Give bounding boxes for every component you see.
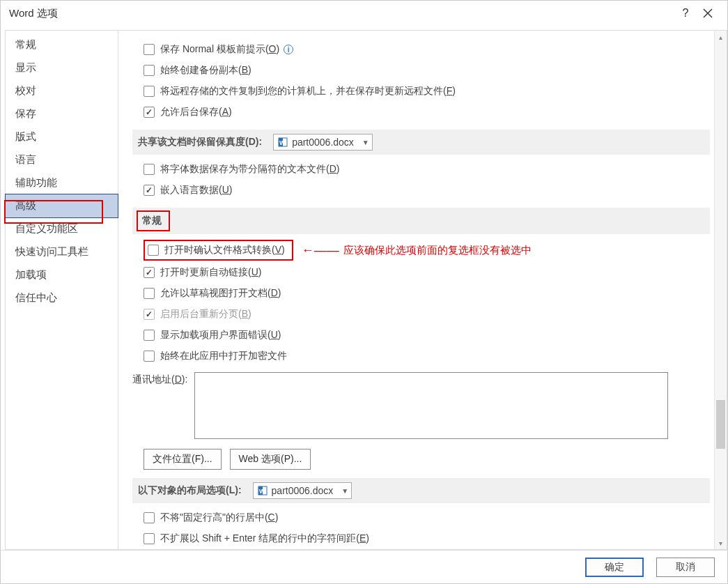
checkbox-update-links[interactable] (144, 267, 155, 278)
checkbox-font-as-text[interactable] (144, 164, 155, 175)
annotation-confirm-convert-highlight: 打开时确认文件格式转换(V) (144, 240, 293, 261)
arrow-left-icon: ←—— (302, 244, 339, 256)
sidebar-item-accessibility[interactable]: 辅助功能 (6, 171, 118, 194)
label-update-links: 打开时更新自动链接(U) (160, 266, 261, 279)
scroll-thumb[interactable] (716, 400, 725, 449)
checkbox-show-addin-err[interactable] (144, 330, 155, 341)
section-fidelity: 共享该文档时保留保真度(D): W part0006.docx ▼ (132, 130, 710, 155)
label-allow-bg-save: 允许后台保存(A) (160, 106, 232, 118)
label-always-backup: 始终创建备份副本(B) (160, 64, 251, 77)
sidebar-item-display[interactable]: 显示 (6, 56, 118, 79)
annotation-general-highlight: 常规 (137, 210, 170, 231)
section-layout-options: 以下对象的布局选项(L): W part0006.docx ▼ (132, 478, 710, 503)
annotation-text: ←—— 应该确保此选项前面的复选框没有被选中 (302, 244, 532, 257)
layout-doc-name: part0006.docx (272, 485, 334, 496)
fidelity-document-select[interactable]: W part0006.docx ▼ (273, 134, 373, 151)
general-header-label: 常规 (139, 213, 164, 229)
titlebar: Word 选项 ? (1, 1, 727, 26)
label-no-expand-shift: 不扩展以 Shift + Enter 结尾的行中的字符间距(E) (160, 532, 369, 545)
dialog-footer: 确定 取消 (1, 550, 727, 583)
word-options-dialog: Word 选项 ? 常规 显示 校对 保存 版式 语言 辅助功能 高级 自定义功… (0, 0, 728, 584)
checkbox-draft-view[interactable] (144, 288, 155, 299)
label-embed-lang: 嵌入语言数据(U) (160, 184, 232, 197)
word-doc-icon: W (278, 137, 288, 147)
checkbox-copy-remote[interactable] (144, 86, 155, 97)
checkbox-save-normal-prompt[interactable] (144, 44, 155, 55)
scroll-up-arrow[interactable]: ▴ (715, 31, 727, 43)
label-bg-repaginate: 启用后台重新分页(B) (160, 308, 251, 321)
dialog-title: Word 选项 (9, 7, 58, 20)
sidebar-item-layout[interactable]: 版式 (6, 125, 118, 148)
label-copy-remote: 将远程存储的文件复制到您的计算机上，并在保存时更新远程文件(F) (160, 85, 456, 98)
svg-text:W: W (259, 488, 265, 495)
content-panel: 保存 Normal 模板前提示(O) i 始终创建备份副本(B) 将远程存储的文… (118, 31, 714, 549)
checkbox-allow-bg-save[interactable] (144, 107, 155, 118)
mailing-address-input[interactable] (194, 372, 668, 439)
checkbox-bg-repaginate (144, 309, 155, 320)
help-button[interactable]: ? (674, 2, 697, 24)
label-save-normal-prompt: 保存 Normal 模板前提示(O) (160, 43, 279, 56)
layout-document-select[interactable]: W part0006.docx ▼ (253, 482, 353, 499)
vertical-scrollbar[interactable]: ▴ ▾ (714, 31, 727, 549)
sidebar-item-addins[interactable]: 加载项 (6, 263, 118, 286)
label-no-fixed-height: 不将"固定行高"的行居中(C) (160, 512, 278, 524)
layout-options-label: 以下对象的布局选项(L): (138, 484, 242, 497)
sidebar-item-trust-center[interactable]: 信任中心 (6, 286, 118, 309)
close-button[interactable] (697, 2, 719, 24)
label-always-open-enc: 始终在此应用中打开加密文件 (160, 350, 287, 362)
info-icon[interactable]: i (284, 45, 293, 54)
fidelity-doc-name: part0006.docx (292, 137, 354, 148)
label-font-as-text: 将字体数据保存为带分隔符的文本文件(D) (160, 163, 339, 176)
file-locations-button[interactable]: 文件位置(F)... (144, 449, 222, 470)
sidebar-item-proofing[interactable]: 校对 (6, 79, 118, 102)
checkbox-embed-lang[interactable] (144, 185, 155, 196)
checkbox-always-backup[interactable] (144, 65, 155, 76)
label-confirm-convert: 打开时确认文件格式转换(V) (164, 244, 285, 256)
label-draft-view: 允许以草稿视图打开文档(D) (160, 287, 281, 300)
word-doc-icon: W (258, 486, 268, 495)
web-options-button[interactable]: Web 选项(P)... (230, 449, 311, 470)
sidebar-item-language[interactable]: 语言 (6, 148, 118, 171)
sidebar-item-quick-access[interactable]: 快速访问工具栏 (6, 240, 118, 263)
sidebar-item-general[interactable]: 常规 (6, 33, 118, 56)
ok-button[interactable]: 确定 (585, 558, 644, 577)
mailing-address-label: 通讯地址(D): (132, 372, 187, 386)
sidebar: 常规 显示 校对 保存 版式 语言 辅助功能 高级 自定义功能区 快速访问工具栏… (5, 30, 118, 550)
cancel-button[interactable]: 取消 (656, 558, 715, 577)
fidelity-label: 共享该文档时保留保真度(D): (138, 136, 262, 148)
sidebar-item-advanced[interactable]: 高级 (5, 194, 118, 218)
checkbox-always-open-enc[interactable] (144, 351, 155, 362)
chevron-down-icon: ▼ (341, 487, 348, 495)
checkbox-confirm-convert[interactable] (148, 245, 159, 256)
label-show-addin-err: 显示加载项用户界面错误(U) (160, 329, 281, 341)
chevron-down-icon: ▼ (362, 139, 369, 146)
section-general: 常规 (132, 208, 710, 234)
checkbox-no-expand-shift[interactable] (144, 533, 155, 544)
sidebar-item-customize-ribbon[interactable]: 自定义功能区 (6, 217, 118, 240)
svg-text:W: W (279, 139, 286, 146)
sidebar-item-save[interactable]: 保存 (6, 102, 118, 125)
checkbox-no-fixed-height[interactable] (144, 512, 155, 523)
scroll-down-arrow[interactable]: ▾ (715, 537, 727, 549)
